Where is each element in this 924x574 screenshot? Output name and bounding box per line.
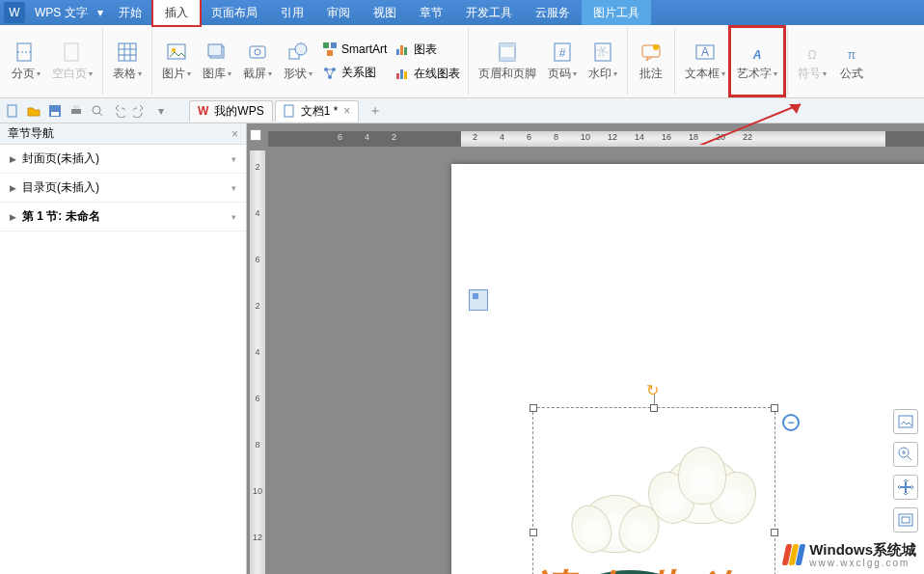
- svg-point-31: [653, 44, 659, 50]
- svg-rect-46: [899, 514, 912, 526]
- svg-text:水: 水: [595, 42, 611, 59]
- close-tab-icon[interactable]: ×: [343, 104, 350, 118]
- tab-references[interactable]: 引用: [269, 0, 315, 25]
- resize-handle-n[interactable]: [650, 404, 658, 412]
- nav-panel-header: 章节导航 ×: [0, 123, 246, 145]
- nav-item-cover[interactable]: ▶ 封面页(未插入) ▾: [0, 145, 246, 174]
- textbox-icon: A: [693, 41, 717, 64]
- expand-icon: ▶: [10, 212, 16, 222]
- lotus-image: 请在此放: [543, 447, 765, 574]
- floating-tools: [893, 409, 918, 533]
- chevron-down-icon[interactable]: ▾: [231, 212, 236, 222]
- selected-image-frame[interactable]: ↻ − 请在此放: [532, 407, 775, 574]
- zoom-icon[interactable]: [893, 442, 918, 467]
- workspace: 章节导航 × ▶ 封面页(未插入) ▾ ▶ 目录页(未插入) ▾ ▶ 第 1 节…: [0, 123, 924, 574]
- tab-cloud[interactable]: 云服务: [524, 0, 582, 25]
- table-icon: [116, 41, 139, 64]
- document-page[interactable]: ↻ − 请在此放: [451, 164, 924, 574]
- chart-button[interactable]: 图表: [391, 40, 464, 60]
- vertical-ruler[interactable]: 24624681012: [250, 150, 265, 574]
- horizontal-ruler[interactable]: 642246810121416182022: [268, 131, 924, 147]
- online-chart-button[interactable]: 在线图表: [391, 64, 464, 84]
- tab-sections[interactable]: 章节: [408, 0, 454, 25]
- open-icon[interactable]: [25, 102, 42, 120]
- close-panel-icon[interactable]: ×: [231, 127, 238, 141]
- wordart-button[interactable]: A 艺术字▾: [728, 25, 786, 97]
- svg-text:π: π: [848, 48, 856, 62]
- svg-rect-24: [500, 43, 515, 47]
- print-preview-icon[interactable]: [89, 102, 106, 120]
- tab-start[interactable]: 开始: [107, 0, 153, 25]
- tab-developer[interactable]: 开发工具: [454, 0, 524, 25]
- resize-handle-w[interactable]: [530, 529, 537, 536]
- tab-insert[interactable]: 插入: [151, 0, 202, 27]
- redo-icon[interactable]: [131, 102, 149, 120]
- collapse-button[interactable]: −: [782, 414, 800, 431]
- header-footer-button[interactable]: 页眉和页脚: [473, 28, 542, 95]
- svg-rect-12: [331, 42, 337, 48]
- new-tab-button[interactable]: ＋: [361, 100, 390, 122]
- tab-picture-tools[interactable]: 图片工具: [582, 0, 651, 25]
- svg-rect-40: [71, 109, 81, 114]
- picture-button[interactable]: 图片▾: [156, 28, 197, 95]
- resize-handle-e[interactable]: [771, 529, 778, 536]
- watermark-icon: 水: [591, 41, 614, 64]
- watermark-button[interactable]: 水 水印▾: [583, 28, 623, 95]
- wordart-text[interactable]: 请在此放: [533, 562, 749, 574]
- nav-item-label: 目录页(未插入): [22, 179, 99, 196]
- frame-tool-icon[interactable]: [893, 507, 918, 533]
- relation-chart-button[interactable]: 关系图: [318, 63, 391, 83]
- svg-rect-20: [396, 73, 399, 79]
- resize-handle-ne[interactable]: [771, 404, 778, 412]
- nav-item-toc[interactable]: ▶ 目录页(未插入) ▾: [0, 174, 246, 203]
- doctab-doc1[interactable]: 文档1 * ×: [275, 100, 360, 122]
- textbox-button[interactable]: A 文本框▾: [679, 28, 731, 95]
- tab-page-layout[interactable]: 页面布局: [200, 0, 269, 25]
- page-number-icon: #: [551, 41, 574, 64]
- doctab-mywps[interactable]: W 我的WPS: [189, 100, 273, 122]
- equation-button[interactable]: π 公式: [832, 28, 871, 95]
- equation-icon: π: [840, 41, 863, 64]
- svg-point-4: [172, 48, 176, 52]
- page-break-button[interactable]: 分页▾: [6, 28, 46, 95]
- layout-anchor-icon[interactable]: [469, 289, 488, 311]
- symbol-button[interactable]: Ω 符号▾: [792, 28, 832, 95]
- svg-text:#: #: [559, 46, 566, 60]
- chevron-down-icon[interactable]: ▾: [231, 183, 236, 193]
- app-menu-dropdown[interactable]: ▾: [94, 6, 107, 19]
- svg-text:Ω: Ω: [808, 48, 817, 62]
- pic-settings-icon[interactable]: [893, 409, 918, 434]
- undo-icon[interactable]: [110, 102, 127, 120]
- tab-review[interactable]: 审阅: [315, 0, 362, 25]
- rotate-handle-icon[interactable]: ↻: [646, 381, 659, 399]
- svg-rect-17: [396, 49, 399, 55]
- symbol-icon: Ω: [801, 41, 824, 64]
- menu-tabs: 开始 插入 页面布局 引用 审阅 视图 章节 开发工具 云服务 图片工具: [107, 0, 651, 25]
- table-button[interactable]: 表格▾: [107, 28, 148, 95]
- page-number-button[interactable]: # 页码▾: [542, 28, 583, 95]
- nav-item-section1[interactable]: ▶ 第 1 节: 未命名 ▾: [0, 203, 246, 232]
- navigation-panel: 章节导航 × ▶ 封面页(未插入) ▾ ▶ 目录页(未插入) ▾ ▶ 第 1 节…: [0, 123, 247, 574]
- svg-rect-44: [899, 416, 912, 427]
- save-icon[interactable]: [46, 102, 64, 120]
- blank-page-button[interactable]: 空白页▾: [46, 28, 98, 95]
- nav-item-label: 封面页(未插入): [22, 150, 99, 167]
- svg-rect-6: [208, 44, 222, 56]
- comment-button[interactable]: 批注: [632, 28, 670, 95]
- smartart-button[interactable]: SmartArt: [318, 40, 391, 59]
- chevron-down-icon[interactable]: ▾: [231, 154, 236, 164]
- gallery-button[interactable]: 图库▾: [197, 28, 237, 95]
- tab-view[interactable]: 视图: [362, 0, 408, 25]
- svg-point-10: [295, 43, 307, 55]
- screenshot-button[interactable]: 截屏▾: [237, 28, 278, 95]
- svg-rect-22: [404, 71, 407, 79]
- svg-rect-25: [500, 57, 515, 61]
- crop-tool-icon[interactable]: [893, 475, 918, 500]
- qat-dropdown[interactable]: ▾: [152, 102, 170, 120]
- new-doc-icon[interactable]: [4, 102, 21, 120]
- document-tabs: W 我的WPS 文档1 * × ＋: [189, 100, 390, 122]
- print-icon[interactable]: [68, 102, 85, 120]
- resize-handle-nw[interactable]: [530, 404, 537, 412]
- shapes-button[interactable]: 形状▾: [278, 28, 318, 95]
- watermark-url: www.wxclgg.com: [809, 558, 916, 568]
